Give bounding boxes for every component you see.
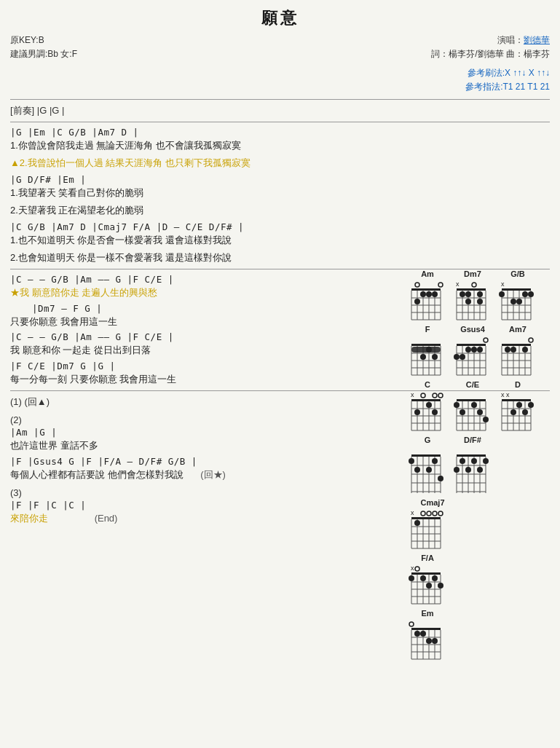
chord-row-5: Cmaj7 x (407, 498, 553, 551)
svg-point-15 (432, 291, 438, 297)
lyric-3b: 2.也會知道明天 你是一樣不會愛著我 還是這樣對你說 (10, 251, 550, 265)
svg-point-217 (438, 583, 443, 588)
chord-row-3: C x (407, 380, 553, 433)
chord-d: D x x (497, 380, 538, 433)
svg-point-30 (460, 291, 465, 297)
svg-point-98 (522, 347, 528, 353)
svg-point-31 (465, 291, 471, 297)
svg-point-33 (465, 299, 471, 304)
svg-rect-0 (411, 288, 441, 291)
svg-point-83 (477, 347, 483, 353)
svg-point-178 (460, 458, 465, 464)
chord-line-3: |C G/B |Am7 D |Cmaj7 F/A |D — C/E D/F# | (10, 221, 550, 232)
svg-text:x: x (456, 280, 460, 288)
chord-line-1: |G |Em |C G/B |Am7 D | (10, 127, 550, 138)
chord-c: C x (407, 380, 448, 433)
divider-1 (10, 122, 550, 122)
chord-f: F (407, 325, 448, 377)
svg-rect-117 (457, 399, 486, 401)
svg-point-229 (409, 622, 414, 626)
svg-point-146 (516, 402, 522, 408)
svg-point-149 (510, 409, 516, 415)
chord-cmaj7: Cmaj7 x (407, 498, 458, 551)
svg-point-116 (432, 409, 438, 415)
svg-point-195 (421, 511, 425, 516)
finger-info: 參考指法:T1 21 T1 21 (10, 81, 550, 93)
svg-rect-35 (502, 288, 531, 291)
s2-note: (回★) (200, 469, 226, 480)
svg-point-197 (433, 511, 437, 516)
lyricist-info: 詞：楊李芬/劉德華 曲：楊李芬 (431, 47, 550, 61)
svg-point-66 (432, 354, 438, 360)
svg-point-161 (409, 458, 414, 464)
svg-point-232 (426, 638, 432, 644)
svg-point-111 (421, 393, 425, 398)
svg-point-129 (460, 409, 465, 415)
chord-ce: C/E (452, 380, 493, 433)
svg-point-216 (432, 575, 438, 581)
svg-point-34 (477, 299, 483, 304)
svg-point-50 (522, 291, 528, 297)
lyric-3a: 1.也不知道明天 你是否會一樣愛著我 還會這樣對我說 (10, 233, 550, 248)
svg-rect-67 (457, 344, 486, 346)
svg-point-49 (516, 299, 522, 304)
chord-row-2: F (407, 325, 553, 377)
chord-row-6: F/A x (407, 554, 553, 606)
svg-point-213 (409, 575, 414, 581)
svg-point-214 (420, 575, 426, 581)
svg-point-95 (529, 338, 533, 342)
chord-gsus4: Gsus4 (452, 325, 493, 377)
svg-text:x: x (506, 391, 510, 398)
svg-point-180 (471, 458, 477, 464)
chord-diagrams-panel: Am (407, 269, 553, 664)
svg-point-132 (483, 417, 489, 422)
svg-point-212 (415, 567, 419, 571)
meta-right: 演唱：劉德華 詞：楊李芬/劉德華 曲：楊李芬 (431, 34, 550, 61)
svg-point-230 (414, 631, 420, 637)
chord-am: Am (407, 269, 448, 322)
svg-point-115 (426, 402, 432, 408)
svg-point-113 (438, 393, 443, 398)
svg-point-13 (420, 291, 426, 297)
svg-point-165 (438, 476, 443, 481)
svg-text:x: x (411, 391, 414, 398)
svg-text:x: x (411, 564, 414, 572)
divider-top (10, 99, 550, 100)
chord-fa: F/A x (407, 554, 448, 606)
svg-rect-84 (502, 344, 531, 346)
svg-rect-133 (502, 399, 531, 401)
verse-section-2: |G D/F# |Em | 1.我望著天 笑看自己對你的脆弱 2.天望著我 正在… (10, 174, 550, 217)
svg-point-29 (472, 283, 476, 287)
svg-point-64 (420, 354, 426, 360)
svg-point-96 (505, 347, 510, 353)
svg-rect-17 (457, 288, 486, 291)
chord-am7: Am7 (497, 325, 538, 377)
page-title: 願意 (10, 7, 550, 29)
suggestion-info: 建議男調:Bb 女:F (10, 47, 77, 61)
lyric-2a: 1.我望著天 笑看自己對你的脆弱 (10, 186, 550, 200)
svg-point-51 (528, 291, 534, 297)
meta-left: 原KEY:B 建議男調:Bb 女:F (10, 34, 77, 61)
svg-point-199 (414, 520, 420, 526)
intro-line: [前奏] |G |G | (10, 104, 550, 117)
svg-point-231 (420, 631, 426, 637)
svg-point-65 (426, 347, 432, 353)
svg-rect-166 (457, 454, 486, 457)
svg-text:x: x (411, 509, 414, 516)
svg-point-162 (414, 467, 420, 473)
chord-row-7: Em (407, 609, 553, 661)
svg-point-12 (438, 283, 443, 287)
svg-point-14 (426, 291, 432, 297)
svg-rect-99 (411, 399, 441, 401)
chord-row-1: Am (407, 269, 553, 322)
svg-point-16 (414, 299, 420, 304)
svg-text:x: x (501, 280, 505, 288)
svg-point-128 (454, 402, 460, 408)
svg-point-130 (471, 402, 477, 408)
svg-point-181 (477, 467, 483, 473)
svg-rect-150 (411, 454, 441, 457)
chord-dm7: Dm7 x (452, 269, 493, 322)
lyric-2b: 2.天望著我 正在渴望老化的脆弱 (10, 203, 550, 218)
svg-point-182 (483, 458, 489, 464)
chord-row-4: G (407, 436, 553, 495)
